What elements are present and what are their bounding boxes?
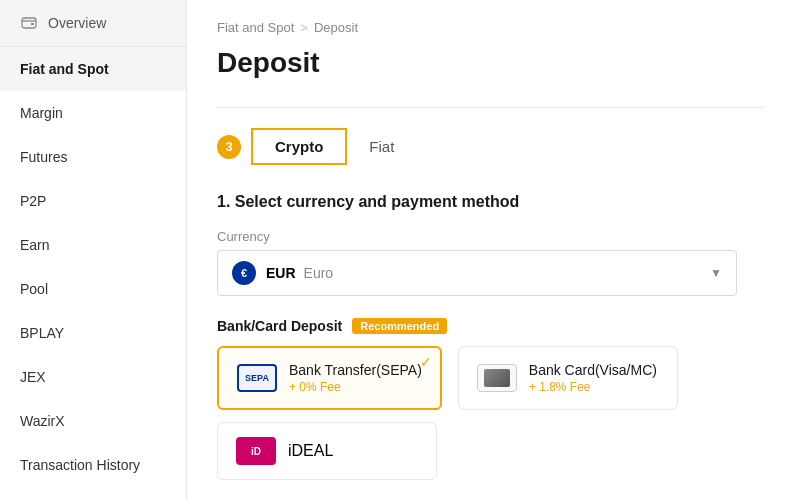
sidebar-item-transaction-history[interactable]: Transaction History [0,443,186,487]
sidebar-item-fiat-and-spot[interactable]: Fiat and Spot [0,47,186,91]
breadcrumb-separator: > [300,20,308,35]
currency-dropdown[interactable]: € EUR Euro ▼ [217,250,737,296]
currency-code: EUR [266,265,296,281]
visa-mc-card-fee: + 1.8% Fee [529,380,657,394]
sidebar-item-overview-label: Overview [48,15,106,31]
sidebar-item-jex[interactable]: JEX [0,355,186,399]
tab-fiat[interactable]: Fiat [347,130,416,163]
sidebar-item-p2p[interactable]: P2P [0,179,186,223]
sepa-icon: SEPA [237,364,277,392]
sidebar-item-earn-label: Earn [20,237,50,253]
svg-rect-0 [22,18,36,28]
sidebar-item-pool-label: Pool [20,281,48,297]
payment-card-visa-mc[interactable]: Bank Card(Visa/MC) + 1.8% Fee [458,346,678,410]
selected-checkmark: ✓ [420,354,432,370]
sidebar-item-bplay[interactable]: BPLAY [0,311,186,355]
sidebar-item-earn[interactable]: Earn [0,223,186,267]
sidebar-item-p2p-label: P2P [20,193,46,209]
page-title: Deposit [217,47,764,79]
sidebar-item-wazirx[interactable]: WazirX [0,399,186,443]
section-divider [217,107,764,108]
sidebar-item-transaction-history-label: Transaction History [20,457,140,473]
ideal-row: iD iDEAL [217,422,764,480]
currency-name: Euro [304,265,334,281]
sidebar-item-fiat-and-spot-label: Fiat and Spot [20,61,109,77]
breadcrumb-parent[interactable]: Fiat and Spot [217,20,294,35]
visa-mc-card-name: Bank Card(Visa/MC) [529,362,657,378]
ideal-card-info: iDEAL [288,442,333,460]
payment-cards: SEPA Bank Transfer(SEPA) + 0% Fee ✓ Bank… [217,346,764,410]
step-badge: 3 [217,135,241,159]
sidebar-item-futures[interactable]: Futures [0,135,186,179]
sidebar: Overview Fiat and Spot Margin Futures P2… [0,0,187,500]
currency-field-label: Currency [217,229,764,244]
visa-mc-card-info: Bank Card(Visa/MC) + 1.8% Fee [529,362,657,394]
ideal-card-name: iDEAL [288,442,333,460]
card-icon [477,364,517,392]
breadcrumb-current: Deposit [314,20,358,35]
sidebar-item-bplay-label: BPLAY [20,325,64,341]
tabs-row: 3 Crypto Fiat [217,128,764,165]
sidebar-item-margin[interactable]: Margin [0,91,186,135]
payment-section-label: Bank/Card Deposit Recommended [217,318,764,334]
ideal-icon: iD [236,437,276,465]
section-title: 1. Select currency and payment method [217,193,764,211]
payment-card-ideal[interactable]: iD iDEAL [217,422,437,480]
tab-crypto[interactable]: Crypto [251,128,347,165]
sepa-card-name: Bank Transfer(SEPA) [289,362,422,378]
breadcrumb: Fiat and Spot > Deposit [217,20,764,35]
sepa-card-fee: + 0% Fee [289,380,422,394]
sidebar-item-overview[interactable]: Overview [0,0,186,47]
recommended-badge: Recommended [352,318,447,334]
card-icon-inner [484,369,510,387]
chevron-down-icon: ▼ [710,266,722,280]
currency-icon: € [232,261,256,285]
sidebar-item-wazirx-label: WazirX [20,413,65,429]
wallet-icon [20,14,38,32]
sidebar-item-jex-label: JEX [20,369,46,385]
sidebar-item-futures-label: Futures [20,149,67,165]
svg-rect-1 [31,23,34,25]
payment-card-sepa[interactable]: SEPA Bank Transfer(SEPA) + 0% Fee ✓ [217,346,442,410]
sidebar-item-pool[interactable]: Pool [0,267,186,311]
main-content: Fiat and Spot > Deposit Deposit 3 Crypto… [187,0,794,500]
sepa-card-info: Bank Transfer(SEPA) + 0% Fee [289,362,422,394]
sidebar-item-margin-label: Margin [20,105,63,121]
